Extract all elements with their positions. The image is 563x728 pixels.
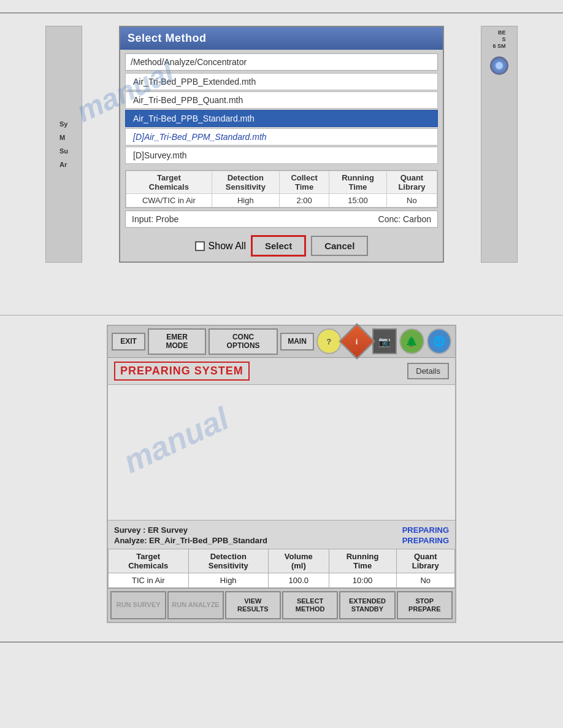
survey-status: PREPARING (402, 525, 449, 535)
right-panel-text: BE S 6 SM (492, 29, 505, 49)
col-header-target: TargetChemicals (126, 171, 212, 194)
dialog-footer: Show All Select Cancel (120, 230, 443, 261)
preparing-system-title: PREPARING SYSTEM (114, 362, 250, 381)
dt-header-target: TargetChemicals (109, 549, 189, 573)
help-icon: ? (326, 337, 331, 346)
method-list: Air_Tri-Bed_PPB_Extended.mth Air_Tri-Bed… (125, 73, 438, 166)
input-conc-row: Input: Probe Conc: Carbon (125, 211, 438, 228)
emer-mode-button[interactable]: EMER MODE (148, 328, 206, 355)
globe-button[interactable]: 🌐 (427, 328, 451, 354)
survey-label: Survey : ER Survey (114, 525, 188, 535)
tree-icon: 🌲 (405, 336, 418, 347)
val-target: CWA/TIC in Air (126, 194, 212, 207)
dt-val-volume: 100.0 (268, 573, 329, 587)
run-analyze-button[interactable]: RUN ANALYZE (167, 591, 223, 619)
conc-label: Conc: Carbon (378, 214, 431, 224)
col-header-detection: DetectionSensitivity (212, 171, 279, 194)
val-collect: 2:00 (280, 194, 329, 207)
info-table: TargetChemicals DetectionSensitivity Col… (125, 170, 438, 208)
col-header-quant: QuantLibrary (386, 171, 437, 194)
left-label-sy: Sy (59, 117, 68, 131)
main-content-area: manual (108, 385, 455, 520)
data-table-section: TargetChemicals DetectionSensitivity Vol… (108, 549, 455, 588)
cancel-button[interactable]: Cancel (311, 236, 368, 256)
stop-prepare-button[interactable]: STOP PREPARE (397, 591, 453, 619)
analyze-label: Analyze: ER_Air_Tri-Bed_PPB_Standard (114, 536, 267, 545)
bottom-toolbar: RUN SURVEY RUN ANALYZE VIEW RESULTS SELE… (108, 588, 455, 622)
left-label-m: M (59, 131, 68, 144)
right-panel: BE S 6 SM (481, 26, 518, 263)
info-button[interactable]: i (344, 328, 370, 354)
dt-header-running: RunningTime (329, 549, 396, 573)
survey-info: Survey : ER Survey PREPARING Analyze: ER… (108, 520, 455, 549)
data-table: TargetChemicals DetectionSensitivity Vol… (108, 549, 455, 588)
method-item-5[interactable]: [D]Survey.mth (125, 147, 438, 164)
select-method-dialog: Select Method /Method/Analyze/Concentrat… (119, 26, 444, 263)
left-panel: Sy M Su Ar (45, 26, 82, 263)
globe-icon: 🌐 (433, 336, 445, 347)
tree-button[interactable]: 🌲 (399, 328, 424, 354)
dt-header-quant: QuantLibrary (396, 549, 454, 573)
main-panel: EXIT EMER MODE CONC OPTIONS MAIN ? i 📷 (107, 325, 456, 623)
main-button[interactable]: MAIN (280, 333, 314, 350)
col-header-running: RunningTime (329, 171, 387, 194)
dt-header-volume: Volume(ml) (268, 549, 329, 573)
select-method-button[interactable]: SELECT METHOD (282, 591, 338, 619)
val-quant: No (386, 194, 437, 207)
exit-button[interactable]: EXIT (112, 333, 145, 350)
conc-options-button[interactable]: CONC OPTIONS (209, 328, 278, 355)
col-header-collect: CollectTime (280, 171, 329, 194)
input-label: Input: Probe (132, 214, 178, 224)
method-item-4[interactable]: [D]Air_Tri-Bed_PPM_Standard.mth (125, 128, 438, 145)
camera-icon: 📷 (378, 336, 391, 347)
val-detection: High (212, 194, 279, 207)
dialog-path: /Method/Analyze/Concentrator (125, 53, 438, 71)
dt-val-running: 10:00 (329, 573, 396, 587)
left-label-ar: Ar (59, 158, 68, 171)
analyze-status: PREPARING (402, 536, 449, 545)
left-label-su: Su (59, 144, 68, 158)
show-all-area: Show All (195, 241, 246, 252)
details-button[interactable]: Details (407, 363, 449, 379)
dialog-title: Select Method (120, 27, 443, 50)
dt-val-detection: High (188, 573, 268, 587)
help-button[interactable]: ? (316, 328, 341, 354)
method-item-3-selected[interactable]: Air_Tri-Bed_PPB_Standard.mth (125, 110, 438, 127)
dt-header-detection: DetectionSensitivity (188, 549, 268, 573)
preparing-header: PREPARING SYSTEM Details (108, 358, 455, 385)
info-icon: i (356, 337, 358, 346)
dt-val-quant: No (396, 573, 454, 587)
view-results-button[interactable]: VIEW RESULTS (225, 591, 281, 619)
method-item-2[interactable]: Air_Tri-Bed_PPB_Quant.mth (125, 91, 438, 109)
extended-standby-button[interactable]: EXTENDED STANDBY (339, 591, 395, 619)
method-item-1[interactable]: Air_Tri-Bed_PPB_Extended.mth (125, 73, 438, 90)
show-all-label: Show All (209, 241, 246, 252)
camera-button[interactable]: 📷 (372, 328, 397, 354)
data-table-row: TIC in Air High 100.0 10:00 No (109, 573, 455, 587)
run-survey-button[interactable]: RUN SURVEY (110, 591, 166, 619)
val-running: 15:00 (329, 194, 387, 207)
toolbar: EXIT EMER MODE CONC OPTIONS MAIN ? i 📷 (108, 326, 455, 358)
select-button[interactable]: Select (251, 235, 306, 257)
dt-val-target: TIC in Air (109, 573, 189, 587)
show-all-checkbox[interactable] (195, 241, 205, 251)
